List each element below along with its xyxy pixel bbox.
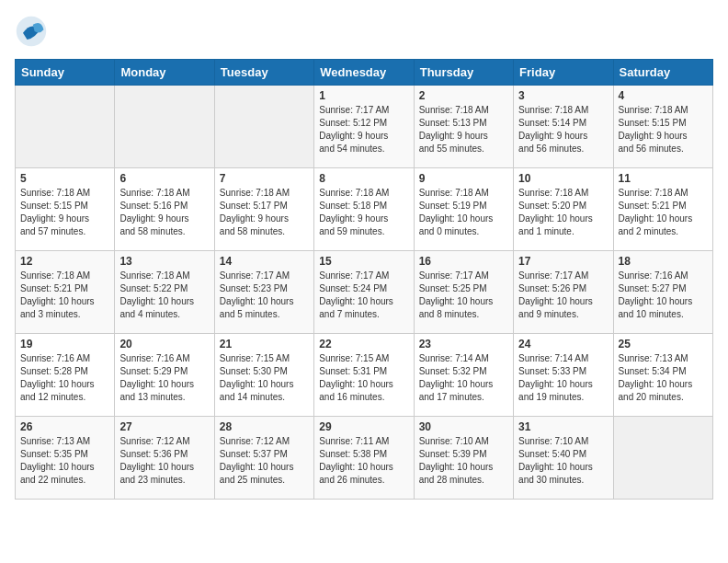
calendar-cell: 23Sunrise: 7:14 AMSunset: 5:32 PMDayligh… [414, 334, 513, 417]
calendar-cell: 15Sunrise: 7:17 AMSunset: 5:24 PMDayligh… [314, 251, 414, 334]
day-info: Sunrise: 7:11 AMSunset: 5:38 PMDaylight:… [319, 435, 408, 487]
calendar-cell: 26Sunrise: 7:13 AMSunset: 5:35 PMDayligh… [16, 417, 115, 500]
day-info: Sunrise: 7:18 AMSunset: 5:17 PMDaylight:… [220, 187, 309, 238]
day-number: 14 [220, 255, 309, 268]
calendar-cell: 21Sunrise: 7:15 AMSunset: 5:30 PMDayligh… [214, 334, 313, 417]
calendar-body: 1Sunrise: 7:17 AMSunset: 5:12 PMDaylight… [16, 86, 713, 500]
day-number: 15 [319, 255, 408, 268]
calendar-cell: 8Sunrise: 7:18 AMSunset: 5:18 PMDaylight… [314, 168, 414, 251]
calendar-cell: 16Sunrise: 7:17 AMSunset: 5:25 PMDayligh… [414, 251, 513, 334]
day-number: 18 [619, 255, 708, 268]
calendar-cell: 3Sunrise: 7:18 AMSunset: 5:14 PMDaylight… [514, 86, 613, 168]
calendar-cell: 27Sunrise: 7:12 AMSunset: 5:36 PMDayligh… [115, 417, 214, 500]
calendar-cell: 30Sunrise: 7:10 AMSunset: 5:39 PMDayligh… [414, 417, 513, 500]
day-number: 12 [20, 255, 109, 268]
day-number: 3 [518, 89, 608, 102]
day-info: Sunrise: 7:12 AMSunset: 5:37 PMDaylight:… [220, 435, 309, 487]
day-info: Sunrise: 7:16 AMSunset: 5:27 PMDaylight:… [619, 270, 708, 321]
day-info: Sunrise: 7:10 AMSunset: 5:40 PMDaylight:… [518, 435, 608, 487]
day-info: Sunrise: 7:12 AMSunset: 5:36 PMDaylight:… [119, 435, 209, 487]
day-number: 10 [518, 172, 608, 185]
calendar-cell: 10Sunrise: 7:18 AMSunset: 5:20 PMDayligh… [514, 168, 613, 251]
day-info: Sunrise: 7:18 AMSunset: 5:21 PMDaylight:… [20, 270, 109, 321]
day-info: Sunrise: 7:17 AMSunset: 5:23 PMDaylight:… [220, 270, 309, 321]
calendar-week-row: 19Sunrise: 7:16 AMSunset: 5:28 PMDayligh… [16, 334, 713, 417]
day-info: Sunrise: 7:18 AMSunset: 5:13 PMDaylight:… [419, 104, 508, 155]
day-number: 27 [119, 420, 209, 433]
weekday-header-monday: Monday [115, 60, 214, 86]
day-number: 22 [319, 338, 408, 350]
day-info: Sunrise: 7:18 AMSunset: 5:14 PMDaylight:… [518, 104, 608, 155]
day-info: Sunrise: 7:16 AMSunset: 5:28 PMDaylight:… [20, 352, 109, 404]
calendar-cell: 5Sunrise: 7:18 AMSunset: 5:15 PMDaylight… [16, 168, 115, 251]
calendar-cell: 17Sunrise: 7:17 AMSunset: 5:26 PMDayligh… [514, 251, 613, 334]
calendar-cell: 14Sunrise: 7:17 AMSunset: 5:23 PMDayligh… [214, 251, 313, 334]
day-info: Sunrise: 7:15 AMSunset: 5:30 PMDaylight:… [220, 352, 309, 404]
calendar-cell: 13Sunrise: 7:18 AMSunset: 5:22 PMDayligh… [115, 251, 214, 334]
day-number: 20 [119, 338, 209, 350]
weekday-header-sunday: Sunday [16, 60, 115, 86]
day-number: 13 [119, 255, 209, 268]
calendar-cell: 29Sunrise: 7:11 AMSunset: 5:38 PMDayligh… [314, 417, 414, 500]
day-number: 29 [319, 420, 408, 433]
day-info: Sunrise: 7:14 AMSunset: 5:33 PMDaylight:… [518, 352, 608, 404]
day-info: Sunrise: 7:18 AMSunset: 5:15 PMDaylight:… [619, 104, 708, 155]
day-number: 28 [220, 420, 309, 433]
calendar-week-row: 26Sunrise: 7:13 AMSunset: 5:35 PMDayligh… [16, 417, 713, 500]
calendar-cell: 22Sunrise: 7:15 AMSunset: 5:31 PMDayligh… [314, 334, 414, 417]
calendar-cell [16, 86, 115, 168]
calendar-week-row: 12Sunrise: 7:18 AMSunset: 5:21 PMDayligh… [16, 251, 713, 334]
day-info: Sunrise: 7:17 AMSunset: 5:12 PMDaylight:… [319, 104, 408, 155]
calendar-cell: 28Sunrise: 7:12 AMSunset: 5:37 PMDayligh… [214, 417, 313, 500]
calendar-cell: 9Sunrise: 7:18 AMSunset: 5:19 PMDaylight… [414, 168, 513, 251]
day-number: 4 [619, 89, 708, 102]
calendar-table: SundayMondayTuesdayWednesdayThursdayFrid… [15, 59, 713, 500]
calendar-week-row: 5Sunrise: 7:18 AMSunset: 5:15 PMDaylight… [16, 168, 713, 251]
day-info: Sunrise: 7:13 AMSunset: 5:34 PMDaylight:… [619, 352, 708, 404]
day-number: 7 [220, 172, 309, 185]
calendar-cell: 19Sunrise: 7:16 AMSunset: 5:28 PMDayligh… [16, 334, 115, 417]
calendar-header: SundayMondayTuesdayWednesdayThursdayFrid… [16, 60, 713, 86]
calendar-cell: 1Sunrise: 7:17 AMSunset: 5:12 PMDaylight… [314, 86, 414, 168]
day-number: 8 [319, 172, 408, 185]
calendar-cell: 6Sunrise: 7:18 AMSunset: 5:16 PMDaylight… [115, 168, 214, 251]
weekday-header-saturday: Saturday [613, 60, 712, 86]
calendar-cell: 18Sunrise: 7:16 AMSunset: 5:27 PMDayligh… [613, 251, 712, 334]
calendar-week-row: 1Sunrise: 7:17 AMSunset: 5:12 PMDaylight… [16, 86, 713, 168]
day-number: 19 [20, 338, 109, 350]
day-info: Sunrise: 7:18 AMSunset: 5:21 PMDaylight:… [619, 187, 708, 238]
day-number: 5 [20, 172, 109, 185]
day-number: 26 [20, 420, 109, 433]
day-number: 23 [419, 338, 508, 350]
weekday-header-friday: Friday [514, 60, 613, 86]
calendar-cell: 12Sunrise: 7:18 AMSunset: 5:21 PMDayligh… [16, 251, 115, 334]
day-info: Sunrise: 7:17 AMSunset: 5:25 PMDaylight:… [419, 270, 508, 321]
day-number: 9 [419, 172, 508, 185]
day-info: Sunrise: 7:17 AMSunset: 5:26 PMDaylight:… [518, 270, 608, 321]
calendar-cell: 31Sunrise: 7:10 AMSunset: 5:40 PMDayligh… [514, 417, 613, 500]
calendar-cell: 25Sunrise: 7:13 AMSunset: 5:34 PMDayligh… [613, 334, 712, 417]
calendar-cell [613, 417, 712, 500]
day-info: Sunrise: 7:18 AMSunset: 5:18 PMDaylight:… [319, 187, 408, 238]
day-info: Sunrise: 7:18 AMSunset: 5:19 PMDaylight:… [419, 187, 508, 238]
day-info: Sunrise: 7:13 AMSunset: 5:35 PMDaylight:… [20, 435, 109, 487]
day-number: 1 [319, 89, 408, 102]
day-info: Sunrise: 7:16 AMSunset: 5:29 PMDaylight:… [119, 352, 209, 404]
day-info: Sunrise: 7:18 AMSunset: 5:22 PMDaylight:… [119, 270, 209, 321]
calendar-cell [115, 86, 214, 168]
day-number: 21 [220, 338, 309, 350]
day-number: 31 [518, 420, 608, 433]
weekday-header-wednesday: Wednesday [314, 60, 414, 86]
day-info: Sunrise: 7:18 AMSunset: 5:16 PMDaylight:… [119, 187, 209, 238]
calendar-cell: 11Sunrise: 7:18 AMSunset: 5:21 PMDayligh… [613, 168, 712, 251]
calendar-cell: 4Sunrise: 7:18 AMSunset: 5:15 PMDaylight… [613, 86, 712, 168]
logo-icon [15, 15, 48, 48]
day-info: Sunrise: 7:18 AMSunset: 5:15 PMDaylight:… [20, 187, 109, 238]
day-number: 16 [419, 255, 508, 268]
weekday-header-thursday: Thursday [414, 60, 513, 86]
calendar-cell: 2Sunrise: 7:18 AMSunset: 5:13 PMDaylight… [414, 86, 513, 168]
page-header [15, 15, 713, 48]
calendar-cell: 20Sunrise: 7:16 AMSunset: 5:29 PMDayligh… [115, 334, 214, 417]
day-number: 24 [518, 338, 608, 350]
weekday-header-tuesday: Tuesday [214, 60, 313, 86]
